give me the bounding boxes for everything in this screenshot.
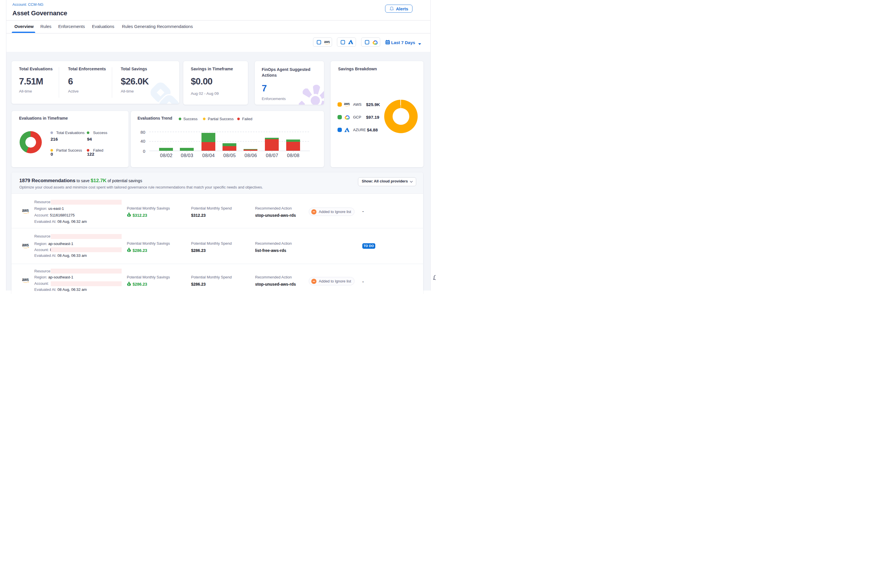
svg-text:$: $ <box>128 249 130 252</box>
svg-text:aws: aws <box>324 40 330 44</box>
svg-text:$: $ <box>128 214 130 217</box>
svg-text:$: $ <box>128 283 130 286</box>
svg-text:aws: aws <box>22 208 29 213</box>
svg-text:aws: aws <box>22 243 29 247</box>
svg-text:aws: aws <box>344 102 350 106</box>
svg-text:aws: aws <box>22 277 29 282</box>
